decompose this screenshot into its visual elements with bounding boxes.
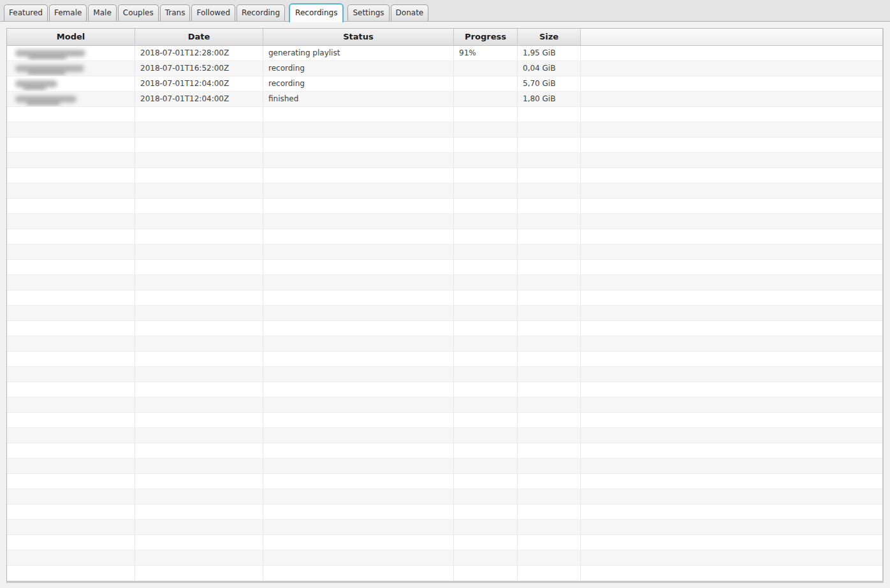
table-row[interactable] [7, 413, 882, 428]
cell-filler [581, 275, 882, 290]
cell-filler [581, 183, 882, 199]
table-row[interactable]: 2018-07-01T12:04:00Z recording 5,70 GiB [7, 76, 882, 92]
table-row[interactable] [7, 382, 882, 398]
table-row[interactable] [7, 138, 882, 153]
table-row[interactable] [7, 443, 882, 459]
cell-status [263, 443, 454, 459]
cell-date [135, 428, 263, 443]
table-row[interactable] [7, 352, 882, 367]
table-row[interactable] [7, 428, 882, 443]
tab-settings[interactable]: Settings [347, 4, 389, 21]
cell-size [518, 275, 581, 290]
tab-recording[interactable]: Recording [237, 4, 285, 21]
table-row[interactable]: 2018-07-01T12:28:00Z generating playlist… [7, 46, 882, 61]
table-row[interactable] [7, 566, 882, 581]
table-row[interactable] [7, 122, 882, 138]
tab-female[interactable]: Female [49, 4, 87, 21]
table-row[interactable] [7, 183, 882, 199]
cell-model [7, 367, 135, 382]
cell-date [135, 459, 263, 474]
cell-filler [581, 46, 882, 61]
cell-date [135, 199, 263, 214]
cell-model [7, 520, 135, 535]
cell-size [518, 352, 581, 367]
tab-male[interactable]: Male [88, 4, 116, 21]
cell-filler [581, 505, 882, 520]
cell-model [7, 290, 135, 306]
cell-filler [581, 321, 882, 336]
cell-date [135, 413, 263, 428]
cell-model [7, 153, 135, 168]
table-row[interactable] [7, 260, 882, 275]
table-row[interactable] [7, 290, 882, 306]
column-header-status[interactable]: Status [263, 29, 454, 46]
tab-recordings[interactable]: Recordings [289, 3, 344, 22]
tab-couples[interactable]: Couples [118, 4, 159, 21]
cell-model [7, 336, 135, 352]
table-row[interactable] [7, 275, 882, 290]
cell-progress [454, 336, 518, 352]
cell-date [135, 245, 263, 260]
cell-progress [454, 153, 518, 168]
table-row[interactable] [7, 153, 882, 168]
cell-progress [454, 398, 518, 413]
table-row[interactable] [7, 336, 882, 352]
cell-date [135, 474, 263, 489]
tab-trans[interactable]: Trans [160, 4, 191, 21]
column-header-model[interactable]: Model [7, 29, 135, 46]
table-row[interactable] [7, 107, 882, 122]
table-row[interactable] [7, 474, 882, 489]
cell-date [135, 443, 263, 459]
cell-size [518, 122, 581, 138]
table-row[interactable] [7, 306, 882, 321]
cell-date [135, 352, 263, 367]
cell-progress [454, 428, 518, 443]
cell-size [518, 306, 581, 321]
table-row[interactable]: 2018-07-01T16:52:00Z recording 0,04 GiB [7, 61, 882, 76]
table-row[interactable] [7, 535, 882, 550]
table-header-row: Model Date Status Progress Size [7, 29, 882, 46]
cell-filler [581, 459, 882, 474]
table-row[interactable] [7, 321, 882, 336]
cell-size: 1,95 GiB [518, 46, 581, 61]
cell-model [7, 199, 135, 214]
column-header-size[interactable]: Size [518, 29, 581, 46]
column-header-progress[interactable]: Progress [454, 29, 518, 46]
table-row[interactable] [7, 505, 882, 520]
cell-status [263, 535, 454, 550]
cell-date [135, 122, 263, 138]
cell-progress [454, 520, 518, 535]
table-row[interactable] [7, 168, 882, 183]
cell-model [7, 398, 135, 413]
cell-date [135, 382, 263, 398]
tab-donate[interactable]: Donate [391, 4, 429, 21]
cell-filler [581, 413, 882, 428]
cell-filler [581, 153, 882, 168]
cell-status [263, 474, 454, 489]
table-row[interactable] [7, 229, 882, 245]
cell-date: 2018-07-01T12:04:00Z [135, 76, 263, 92]
cell-size [518, 428, 581, 443]
cell-progress [454, 168, 518, 183]
table-row[interactable]: 2018-07-01T12:04:00Z finished 1,80 GiB [7, 92, 882, 107]
tab-followed[interactable]: Followed [191, 4, 235, 21]
column-header-date[interactable]: Date [135, 29, 263, 46]
cell-progress [454, 413, 518, 428]
table-row[interactable] [7, 550, 882, 566]
cell-size [518, 382, 581, 398]
cell-status: recording [263, 61, 454, 76]
cell-progress [454, 352, 518, 367]
table-row[interactable] [7, 459, 882, 474]
table-row[interactable] [7, 367, 882, 382]
cell-date [135, 214, 263, 229]
table-row[interactable] [7, 520, 882, 535]
cell-model [7, 122, 135, 138]
censored-model-name [15, 50, 85, 57]
table-row[interactable] [7, 214, 882, 229]
tab-featured[interactable]: Featured [4, 4, 48, 21]
table-row[interactable] [7, 489, 882, 505]
cell-date: 2018-07-01T12:04:00Z [135, 92, 263, 107]
table-row[interactable] [7, 398, 882, 413]
table-row[interactable] [7, 245, 882, 260]
table-row[interactable] [7, 199, 882, 214]
